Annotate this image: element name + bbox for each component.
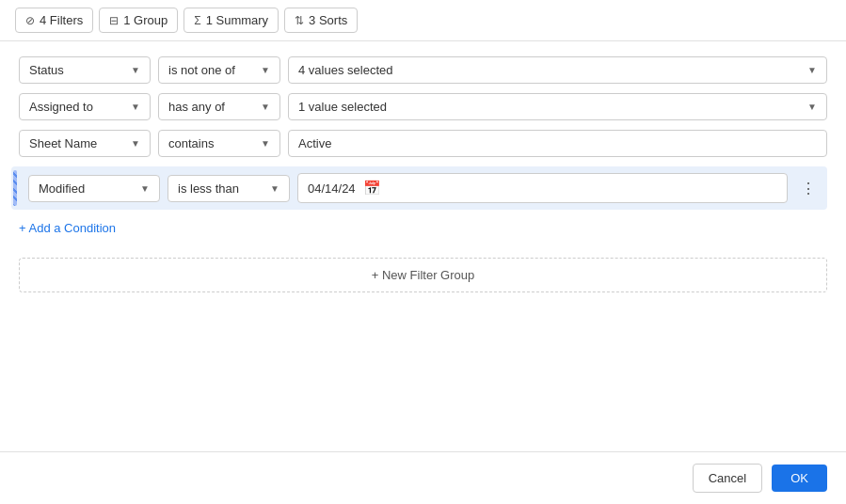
new-filter-group-button[interactable]: + New Filter Group: [19, 258, 827, 292]
active-row-indicator: [13, 170, 17, 206]
assigned-operator-label: has any of: [168, 100, 225, 114]
footer: Cancel OK: [0, 451, 846, 504]
status-value-select[interactable]: 4 values selected ▼: [288, 56, 827, 84]
filter-rows: Status ▼ is not one of ▼ 4 values select…: [19, 56, 827, 210]
status-operator-label: is not one of: [168, 63, 235, 77]
filter-icon: ⊘: [25, 14, 35, 27]
toolbar: ⊘ 4 Filters ⊟ 1 Group Σ 1 Summary ⇅ 3 So…: [0, 0, 846, 41]
modified-operator-chevron: ▼: [270, 183, 279, 194]
summary-label: 1 Summary: [206, 13, 268, 27]
modified-field-chevron: ▼: [140, 183, 150, 194]
modified-field-select[interactable]: Modified ▼: [28, 175, 160, 202]
sigma-icon: Σ: [194, 14, 200, 27]
status-field-label: Status: [29, 63, 64, 77]
modified-value-date[interactable]: 04/14/24 📅: [297, 173, 788, 203]
assigned-field-label: Assigned to: [29, 100, 93, 114]
filter-row-assigned: Assigned to ▼ has any of ▼ 1 value selec…: [19, 93, 827, 120]
modified-operator-label: is less than: [178, 181, 239, 196]
status-operator-chevron: ▼: [261, 65, 270, 75]
new-filter-group-section: + New Filter Group: [19, 258, 827, 292]
sheetname-operator-chevron: ▼: [261, 138, 270, 149]
assigned-value-select[interactable]: 1 value selected ▼: [288, 93, 827, 120]
sheetname-value-text: Active: [298, 136, 331, 150]
sheetname-value-input[interactable]: Active: [288, 130, 827, 157]
cancel-button[interactable]: Cancel: [693, 464, 762, 493]
sorts-label: 3 Sorts: [309, 13, 347, 27]
status-field-select[interactable]: Status ▼: [19, 56, 151, 84]
filter-row-status: Status ▼ is not one of ▼ 4 values select…: [19, 56, 827, 84]
assigned-field-select[interactable]: Assigned to ▼: [19, 93, 151, 120]
status-operator-select[interactable]: is not one of ▼: [158, 56, 280, 84]
sheetname-field-label: Sheet Name: [29, 136, 97, 150]
modified-operator-select[interactable]: is less than ▼: [168, 175, 290, 202]
group-icon: ⊟: [109, 14, 119, 27]
summary-button[interactable]: Σ 1 Summary: [184, 8, 279, 33]
status-value-chevron: ▼: [807, 65, 817, 75]
assigned-operator-chevron: ▼: [261, 102, 270, 112]
sheetname-field-chevron: ▼: [131, 138, 140, 149]
modified-date-text: 04/14/24: [308, 181, 356, 196]
assigned-field-chevron: ▼: [131, 102, 140, 112]
assigned-value-label: 1 value selected: [298, 100, 387, 114]
filters-label: 4 Filters: [40, 13, 83, 27]
group-label: 1 Group: [123, 13, 168, 27]
modified-more-options[interactable]: ⋮: [795, 176, 822, 201]
filter-panel: Status ▼ is not one of ▼ 4 values select…: [0, 41, 846, 447]
filter-row-modified: Modified ▼ is less than ▼ 04/14/24 📅 ⋮: [11, 166, 827, 210]
status-field-chevron: ▼: [131, 65, 140, 75]
new-filter-group-label: + New Filter Group: [372, 268, 474, 282]
filter-row-sheetname: Sheet Name ▼ contains ▼ Active: [19, 130, 827, 157]
sheetname-operator-select[interactable]: contains ▼: [158, 130, 280, 157]
add-condition-label: + Add a Condition: [19, 221, 116, 235]
assigned-operator-select[interactable]: has any of ▼: [158, 93, 280, 120]
sheetname-operator-label: contains: [168, 136, 214, 150]
add-condition-button[interactable]: + Add a Condition: [19, 213, 827, 243]
sheetname-field-select[interactable]: Sheet Name ▼: [19, 130, 151, 157]
calendar-icon[interactable]: 📅: [363, 180, 381, 197]
modified-field-label: Modified: [39, 181, 85, 196]
sort-icon: ⇅: [295, 14, 304, 27]
assigned-value-chevron: ▼: [807, 102, 817, 112]
filters-button[interactable]: ⊘ 4 Filters: [15, 8, 93, 33]
sorts-button[interactable]: ⇅ 3 Sorts: [284, 8, 358, 33]
group-button[interactable]: ⊟ 1 Group: [99, 8, 178, 33]
status-value-label: 4 values selected: [298, 63, 392, 77]
ok-button[interactable]: OK: [772, 465, 827, 492]
